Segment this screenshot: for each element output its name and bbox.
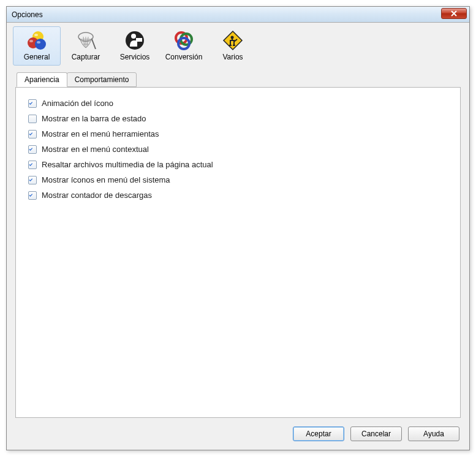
checkbox-row[interactable]: Mostrar íconos en menú del sistema xyxy=(28,175,448,184)
cancel-button[interactable]: Cancelar xyxy=(350,426,402,441)
tabs-container: Apariencia Comportamiento Animación del … xyxy=(15,73,461,418)
checkbox[interactable] xyxy=(28,145,37,154)
category-toolbar: General Capturar xyxy=(7,23,469,66)
checkbox-row[interactable]: Mostrar en el menú herramientas xyxy=(28,129,448,138)
toolbar-label: Conversión xyxy=(165,53,203,61)
toolbar-label: General xyxy=(24,53,50,61)
toolbar-label: Varios xyxy=(222,53,243,61)
services-icon xyxy=(124,29,146,51)
toolbar-item-servicios[interactable]: Servicios xyxy=(111,26,159,66)
svg-point-9 xyxy=(131,34,136,39)
toolbar-item-capturar[interactable]: Capturar xyxy=(62,26,110,66)
checkmark-icon xyxy=(29,192,33,199)
checkmark-icon xyxy=(29,176,33,183)
close-button[interactable] xyxy=(441,8,467,19)
svg-point-3 xyxy=(34,34,38,36)
checkmark-icon xyxy=(29,100,33,107)
checkbox-label: Mostrar en la barra de estado xyxy=(42,114,146,123)
checkbox[interactable] xyxy=(28,99,37,108)
checkbox-row[interactable]: Animación del ícono xyxy=(28,99,448,108)
checkbox-label: Mostrar en el menú contextual xyxy=(42,145,149,154)
checkbox-row[interactable]: Mostrar en el menú contextual xyxy=(28,145,448,154)
svg-point-4 xyxy=(29,40,33,42)
tab-panel: Animación del íconoMostrar en la barra d… xyxy=(15,87,461,418)
rings-icon xyxy=(173,29,195,51)
dialog-buttons: Aceptar Cancelar Ayuda xyxy=(7,422,469,450)
close-icon xyxy=(451,10,457,17)
checkbox-label: Animación del ícono xyxy=(42,99,113,108)
toolbar-label: Capturar xyxy=(72,53,100,61)
window-title: Opciones xyxy=(12,10,43,19)
accept-button[interactable]: Aceptar xyxy=(293,426,344,441)
balls-icon xyxy=(26,29,48,51)
checkbox[interactable] xyxy=(28,176,37,184)
tab-comportamiento[interactable]: Comportamiento xyxy=(67,72,137,87)
toolbar-item-general[interactable]: General xyxy=(13,26,61,66)
toolbar-item-conversion[interactable]: Conversión xyxy=(160,26,208,66)
checkmark-icon xyxy=(29,146,33,153)
svg-point-5 xyxy=(37,41,40,44)
svg-line-7 xyxy=(92,39,96,49)
checkbox-label: Mostrar en el menú herramientas xyxy=(42,129,159,138)
help-button[interactable]: Ayuda xyxy=(408,426,459,441)
construction-icon xyxy=(222,29,244,51)
options-dialog: Opciones General xyxy=(6,6,470,450)
titlebar: Opciones xyxy=(7,7,469,23)
checkbox[interactable] xyxy=(28,115,37,123)
tabs-row: Apariencia Comportamiento xyxy=(15,72,461,87)
checkbox[interactable] xyxy=(28,191,37,200)
checkbox-label: Resaltar archivos multimedia de la págin… xyxy=(42,160,213,169)
checkbox-row[interactable]: Resaltar archivos multimedia de la págin… xyxy=(28,160,448,169)
checkbox-row[interactable]: Mostrar en la barra de estado xyxy=(28,114,448,123)
toolbar-label: Servicios xyxy=(120,53,150,61)
checkmark-icon xyxy=(29,131,33,137)
tab-apariencia[interactable]: Apariencia xyxy=(17,72,67,87)
toolbar-item-varios[interactable]: Varios xyxy=(209,26,257,66)
checkmark-icon xyxy=(29,161,33,168)
svg-point-2 xyxy=(35,39,46,50)
checkbox-label: Mostrar contador de descargas xyxy=(42,191,152,200)
net-icon xyxy=(75,29,97,51)
checkbox[interactable] xyxy=(28,161,37,169)
checkbox-row[interactable]: Mostrar contador de descargas xyxy=(28,191,448,200)
checkbox-label: Mostrar íconos en menú del sistema xyxy=(42,175,170,184)
checkbox[interactable] xyxy=(28,130,37,138)
